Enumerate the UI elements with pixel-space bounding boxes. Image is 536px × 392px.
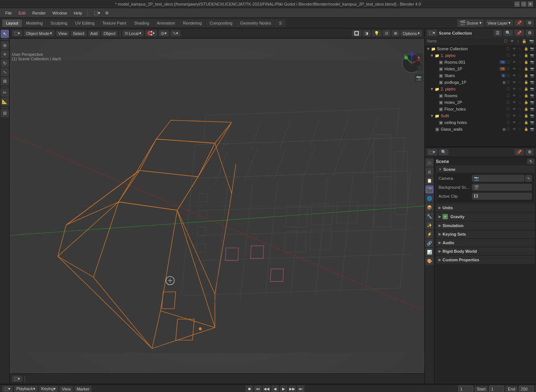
maximize-button[interactable]: □: [521, 1, 526, 7]
tab-rendering[interactable]: Rendering: [179, 19, 205, 27]
prop-icon-physics[interactable]: ⚡: [425, 230, 434, 238]
viewport-overlay-btn[interactable]: ⊙: [383, 30, 390, 36]
vp-footer-editor[interactable]: ⬚▾: [12, 376, 22, 382]
units-header[interactable]: ▶ Units: [436, 204, 534, 211]
close-button[interactable]: ✕: [528, 1, 533, 7]
active-clip-value[interactable]: 🎞: [472, 193, 532, 200]
end-frame-input[interactable]: 250: [519, 386, 534, 392]
viewport-shading-rendered[interactable]: 💡: [372, 30, 382, 36]
prop-settings-btn[interactable]: ⚙: [526, 149, 534, 155]
keying-sets-header[interactable]: ▶ Keying Sets: [436, 231, 534, 238]
object-mode-global[interactable]: ⊞: [103, 10, 111, 16]
gravity-checkbox[interactable]: ✓: [443, 214, 448, 219]
prop-editor-btn[interactable]: ⬚▾: [427, 149, 437, 155]
menu-help[interactable]: Help: [71, 10, 85, 16]
menu-edit[interactable]: Edit: [16, 10, 29, 16]
object-mode-btn[interactable]: Object Mode ▾: [24, 30, 54, 36]
viewport-options-btn[interactable]: Options ▾: [401, 30, 422, 36]
outliner-podloga1p[interactable]: ▣ podloga_1P ⊞ ☐ 👁 ↕ 🔒 📷: [425, 79, 536, 86]
view-layer-dropdown[interactable]: View Layer ▾: [485, 20, 513, 26]
tab-compositing[interactable]: Compositing: [206, 19, 236, 27]
tool-add-object[interactable]: ⊞: [1, 109, 9, 117]
camera-value[interactable]: 📷: [472, 175, 524, 182]
tab-layout[interactable]: Layout: [2, 19, 22, 27]
prop-icon-output[interactable]: 🖨: [425, 168, 434, 176]
tab-animation[interactable]: Animation: [153, 19, 179, 27]
proportional-btn[interactable]: ◎▾: [159, 30, 169, 36]
tab-modeling[interactable]: Modeling: [22, 19, 47, 27]
view-menu-btn[interactable]: View: [56, 31, 69, 36]
start-frame-input[interactable]: 1: [489, 386, 504, 392]
outliner-filter-btn[interactable]: ☰: [494, 30, 502, 36]
prop-pin-btn[interactable]: 📌: [514, 149, 524, 155]
zoom-out-btn[interactable]: -: [415, 63, 423, 71]
outliner-sufit[interactable]: ▼ 📁 Sufit ☐ 👁 ↕ 🔒 📷: [425, 112, 536, 119]
custom-props-header[interactable]: ▶ Custom Properties: [436, 256, 534, 263]
outliner-col-1p[interactable]: ▼ 📁 1. piętro ☐ 👁 ↕ 🔒 📷: [425, 52, 536, 59]
viewport[interactable]: ⬚▾ Object Mode ▾ View Select Add Object …: [10, 28, 424, 384]
outliner-holes2p[interactable]: ▣ Holes_2P ☐ 👁 ↕ 🔒 📷: [425, 99, 536, 106]
outliner-ceiling-holes[interactable]: ▣ ceiling holes ☐ 👁 ↕ 🔒 📷: [425, 119, 536, 126]
play-next-btn[interactable]: ⏭: [297, 385, 304, 392]
prop-icon-view[interactable]: 📋: [425, 176, 434, 185]
outliner-holes1p[interactable]: ▣ Holes_1P 75 ☐ 👁 ↕ 🔒 📷: [425, 66, 536, 72]
minimize-button[interactable]: ─: [514, 1, 520, 7]
object-menu-btn[interactable]: Object: [101, 31, 118, 36]
outliner-search-btn[interactable]: 🔍: [503, 30, 513, 36]
play-prev-btn[interactable]: ◀◀: [263, 385, 270, 392]
pivot-btn[interactable]: ⊙ Local ▾: [122, 30, 144, 36]
zoom-in-btn[interactable]: +: [415, 54, 423, 62]
editor-type-select[interactable]: ⬚▾: [12, 30, 22, 36]
editor-type-btn[interactable]: ⬚▾: [92, 10, 102, 16]
play-start-btn[interactable]: ⏮: [254, 385, 262, 392]
transform-btn[interactable]: ⤡▾: [170, 30, 181, 36]
tl-playback-btn[interactable]: Playback▾: [14, 386, 38, 392]
outliner-glass-walls[interactable]: ▣ Glass_walls ⊞ ☐ 👁 ↕ 🔒 📷: [425, 126, 536, 133]
outliner-settings-btn[interactable]: ⚙: [526, 30, 534, 36]
snap-btn[interactable]: 🧲▾: [145, 30, 157, 36]
outliner-rooms[interactable]: ▣ Rooms ☐ 👁 ↕ 🔒 📷: [425, 92, 536, 99]
prop-icon-particles[interactable]: ✨: [425, 221, 434, 229]
viewport-canvas[interactable]: User Perspective (1) Scene Collection | …: [10, 39, 424, 373]
tool-rotate[interactable]: ↻: [1, 59, 9, 67]
tab-scripting[interactable]: S: [275, 19, 285, 27]
prop-icon-modifier[interactable]: 🔧: [425, 212, 434, 220]
camera-view-btn[interactable]: 📷: [415, 74, 423, 82]
prop-icon-render[interactable]: 🎥: [425, 159, 434, 167]
prop-icon-world[interactable]: 🌐: [425, 194, 434, 203]
tab-texture-paint[interactable]: Texture Paint: [99, 19, 130, 27]
tool-cursor[interactable]: ⊕: [1, 41, 9, 50]
outliner-scene-collection[interactable]: ▼ 📁 Scene Collection ☐ 👁 ↕ 🔒 📷: [425, 45, 536, 52]
pin-btn[interactable]: 📌: [514, 20, 524, 26]
viewport-shading-solid[interactable]: 🔳: [352, 30, 361, 36]
rigid-body-header[interactable]: ▶ Rigid Body World: [436, 248, 534, 255]
add-menu-btn[interactable]: Add: [88, 31, 100, 36]
prop-scene-pin[interactable]: ✎: [527, 159, 535, 164]
outliner-floor-holes[interactable]: ▣ Floor_holes ☐ 👁 ↕ 🔒 📷: [425, 106, 536, 112]
prop-icon-scene[interactable]: 🎬: [425, 185, 434, 194]
play-btn[interactable]: ▶: [280, 385, 287, 392]
current-frame-input[interactable]: 1: [458, 386, 473, 392]
tool-scale[interactable]: ⤡: [1, 68, 9, 76]
titlebar-controls[interactable]: ─ □ ✕: [514, 1, 533, 7]
camera-edit-btn[interactable]: ✎: [525, 175, 532, 182]
tl-editor-btn[interactable]: ⬚▾: [2, 386, 13, 392]
menu-file[interactable]: File: [2, 10, 15, 16]
prop-filter-btn[interactable]: 🔍: [439, 149, 449, 155]
audio-header[interactable]: ▶ Audio: [436, 239, 534, 246]
tl-marker-btn[interactable]: Marker: [74, 386, 92, 392]
outliner-stairs[interactable]: ▣ Stairs 6 ☐ 👁 ↕ 🔒 📷: [425, 72, 536, 79]
prop-icon-object[interactable]: 📦: [425, 203, 434, 211]
menu-window[interactable]: Window: [50, 10, 70, 16]
scene-dropdown[interactable]: 🎬 Scene ▾: [457, 19, 484, 27]
viewport-shading-material[interactable]: ◑: [363, 30, 371, 36]
prop-icon-data[interactable]: 📊: [425, 248, 434, 256]
outliner-content[interactable]: ▼ 📁 Scene Collection ☐ 👁 ↕ 🔒 📷 ▼ 📁: [425, 45, 536, 147]
gravity-header[interactable]: ▶ ✓ Gravity: [436, 213, 534, 220]
tab-geometry-nodes[interactable]: Geometry Nodes: [236, 19, 275, 27]
bg-scene-value[interactable]: 🎬: [472, 184, 532, 191]
outliner-pin-btn[interactable]: 📌: [514, 30, 524, 36]
tool-move[interactable]: ✛: [1, 50, 9, 58]
tool-annotate[interactable]: ✏: [1, 89, 9, 97]
tool-measure[interactable]: 📐: [1, 98, 9, 106]
